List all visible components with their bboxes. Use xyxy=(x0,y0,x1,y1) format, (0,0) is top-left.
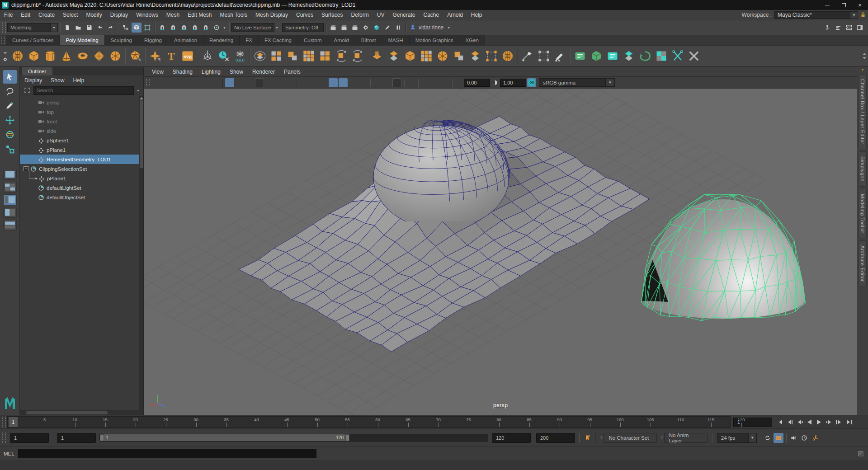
shelf-icon-bridge[interactable] xyxy=(402,47,418,65)
four-pane-layout[interactable] xyxy=(3,182,17,193)
status-line-grip[interactable] xyxy=(2,22,6,33)
menu-file[interactable]: File xyxy=(0,10,17,20)
shelf-icon-poly-disc[interactable] xyxy=(107,47,123,65)
sidebar-tab-channel-box-layer-editor[interactable]: Channel Box / Layer Editor xyxy=(859,74,867,149)
menu-windows[interactable]: Windows xyxy=(132,10,162,20)
shelf-icon-freeze-transformations[interactable]: 0,0,0 xyxy=(232,47,248,65)
minimize-button[interactable] xyxy=(819,0,835,10)
menu-arnold[interactable]: Arnold xyxy=(443,10,467,20)
shelf-icon-triangulate[interactable] xyxy=(451,47,467,65)
menu-edit-mesh[interactable]: Edit Mesh xyxy=(184,10,216,20)
play-backwards-icon[interactable] xyxy=(805,417,814,427)
paint-effects-icon[interactable] xyxy=(382,23,392,33)
anim-layer-dropdown[interactable]: No Anim Layer xyxy=(664,433,708,443)
filter-icon[interactable] xyxy=(23,86,31,94)
shelf-icon-extract[interactable] xyxy=(317,47,333,65)
outliner-item-pPlane1[interactable]: pPlane1 xyxy=(20,174,139,183)
multisample-icon[interactable]: gatemask xyxy=(392,78,401,87)
shelf-icon-poly-torus[interactable] xyxy=(75,47,91,65)
shelf-icon-add-divisions[interactable] xyxy=(301,47,317,65)
view-transform-arrow[interactable]: ▼ xyxy=(606,78,615,87)
outliner-search-input[interactable] xyxy=(33,86,134,95)
live-surface-arrow[interactable]: ▼ xyxy=(275,26,278,29)
character-controls-icon[interactable] xyxy=(822,23,832,33)
select-camera-icon[interactable]: camera xyxy=(151,78,160,87)
outliner-item-defaultLightSet[interactable]: defaultLightSet xyxy=(20,183,139,193)
add-bookmark-icon[interactable] xyxy=(583,433,591,443)
outliner-item-side[interactable]: side xyxy=(20,126,139,136)
shadows-icon[interactable]: shadow xyxy=(359,78,368,87)
live-surface-field[interactable]: No Live Surface xyxy=(231,23,274,32)
select-tool[interactable] xyxy=(3,70,17,84)
shelf-icon-extrude[interactable] xyxy=(369,47,386,65)
menu-uv[interactable]: UV xyxy=(373,10,389,20)
outliner-item-defaultObjectSet[interactable]: defaultObjectSet xyxy=(20,193,139,202)
shelf-icon-uv-spherical[interactable] xyxy=(621,47,637,65)
resolution-gate-icon[interactable]: resgate xyxy=(245,78,254,87)
view-transform-dropdown[interactable]: sRGB gamma xyxy=(539,78,606,87)
viewport-menu-panels[interactable]: Panels xyxy=(279,69,305,75)
shelf-scroll-down-icon[interactable] xyxy=(863,57,866,59)
go-to-start-icon[interactable] xyxy=(775,417,784,427)
safe-action-icon[interactable]: safeact xyxy=(275,78,284,87)
shelf-icon-uv-cylindrical[interactable] xyxy=(604,47,621,65)
outliner-menu-show[interactable]: Show xyxy=(51,77,64,84)
playback-start-field[interactable] xyxy=(57,433,96,443)
range-end-handle[interactable] xyxy=(345,434,349,441)
viewport-canvas[interactable]: persp xyxy=(144,89,857,415)
shelf-icon-poly-type[interactable]: T xyxy=(163,47,179,65)
film-gate-icon[interactable]: filmgate xyxy=(235,78,244,87)
shelf-icon-center-pivot[interactable] xyxy=(199,47,216,65)
character-set-dropdown[interactable]: No Character Set xyxy=(604,433,657,443)
gate-mask-icon[interactable]: gatemask xyxy=(255,78,264,87)
lock-workspace-icon[interactable] xyxy=(859,10,868,20)
two-pane-layout[interactable] xyxy=(3,207,17,218)
attribute-editor-icon[interactable] xyxy=(844,23,854,33)
select-hierarchy-icon[interactable] xyxy=(121,23,131,33)
wireframe-on-shaded-icon[interactable]: wireshade xyxy=(329,78,338,87)
shelf-gear-icon[interactable] xyxy=(2,57,8,62)
menu-surfaces[interactable]: Surfaces xyxy=(317,10,347,20)
evaluation-icon[interactable] xyxy=(810,433,820,443)
shelf-tab-arnold[interactable]: Arnold xyxy=(328,35,355,45)
sidebar-tab-modeling-toolkit[interactable]: Modeling Toolkit xyxy=(859,189,867,238)
shelf-tab-rendering[interactable]: Rendering xyxy=(203,35,240,45)
timeline-ruler[interactable]: 1 51015202530354045505560657075808590951… xyxy=(7,416,731,428)
shelf-icon-poly-cube[interactable] xyxy=(26,47,42,65)
separate-layers-icon[interactable]: layerSep xyxy=(420,78,429,87)
image-plane-icon[interactable]: imgplane xyxy=(191,78,200,87)
shelf-icon-poly-sphere[interactable] xyxy=(9,47,26,65)
shelf-icon-multi-components[interactable] xyxy=(418,47,434,65)
menu-help[interactable]: Help xyxy=(467,10,486,20)
shelf-icon-flip[interactable] xyxy=(349,47,366,65)
outliner-item-ClippingSelectionSet[interactable]: −ClippingSelectionSet xyxy=(20,164,139,174)
ambient-occlusion-icon[interactable]: ao xyxy=(373,78,382,87)
snap-options-arrow[interactable]: ▼ xyxy=(223,26,226,29)
menu-cache[interactable]: Cache xyxy=(419,10,443,20)
outliner-menu-help[interactable]: Help xyxy=(73,77,84,84)
viewport-panel[interactable]: ViewShadingLightingShowRendererPanels ca… xyxy=(144,67,857,415)
wireframe-icon[interactable]: wirecube xyxy=(299,78,308,87)
command-line-input[interactable] xyxy=(18,449,316,458)
isolate-select-icon[interactable]: isolate xyxy=(406,78,415,87)
outliner-item-RemeshedGeometry_LOD1[interactable]: RemeshedGeometry_LOD1 xyxy=(20,155,139,164)
auto-key-icon[interactable] xyxy=(774,433,783,443)
shelf-icon-bevel[interactable] xyxy=(386,47,402,65)
symmetry-field[interactable]: Symmetry: Off xyxy=(282,23,324,32)
shelf-icon-uv-delete[interactable] xyxy=(686,47,702,65)
script-editor-icon[interactable] xyxy=(856,449,865,458)
snapshot-icon[interactable]: snapshot xyxy=(440,78,449,87)
textured-icon[interactable]: texcube xyxy=(319,78,328,87)
single-pane-layout[interactable] xyxy=(3,169,17,180)
xray-icon[interactable]: xray xyxy=(339,78,348,87)
viewport-menu-show[interactable]: Show xyxy=(225,69,248,75)
menu-generate[interactable]: Generate xyxy=(388,10,419,20)
shelf-icon-uv-cut-sew[interactable] xyxy=(670,47,686,65)
outliner-item-persp[interactable]: persp xyxy=(20,98,139,107)
viewport-menu-renderer[interactable]: Renderer xyxy=(248,69,279,75)
grid-icon[interactable]: gridIc xyxy=(225,78,234,87)
shelf-icon-mirror[interactable] xyxy=(333,47,349,65)
go-to-end-icon[interactable] xyxy=(844,417,854,427)
menu-set-dropdown-arrow[interactable]: ▼ xyxy=(51,23,58,32)
select-object-icon[interactable] xyxy=(132,23,142,33)
